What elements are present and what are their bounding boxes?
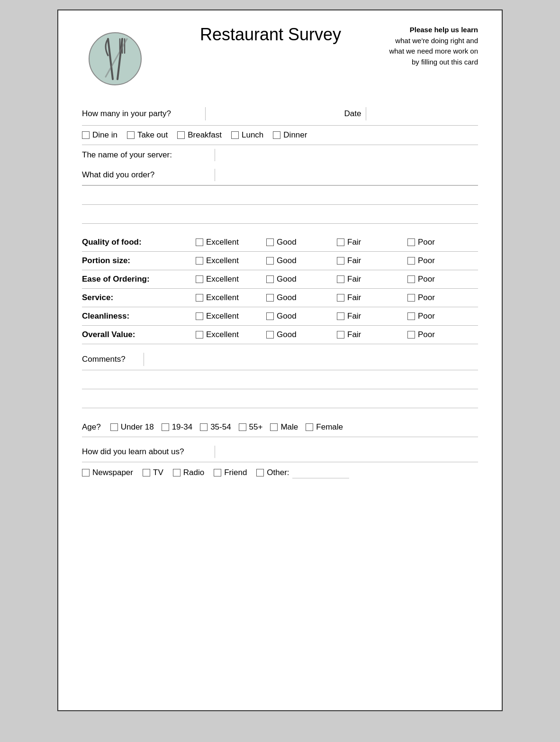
learn-newspaper-checkbox[interactable] [82,469,90,476]
learn-input[interactable] [215,446,478,458]
age-section: Age? Under 18 19-34 35-54 55+ Male [82,418,478,437]
learn-radio-checkbox[interactable] [173,469,181,476]
food-poor: Poor [407,238,478,247]
party-label: How many in your party? [82,109,205,119]
age-label: Age? [82,422,101,432]
service-fair: Fair [337,293,407,302]
learn-checkbox-row: Newspaper TV Radio Friend Other: [82,462,478,483]
rating-label-value: Overall Value: [82,330,196,339]
learn-other: Other: [256,467,349,478]
food-good-checkbox[interactable] [266,238,274,246]
party-input[interactable] [205,107,344,120]
food-fair: Fair [337,238,407,247]
value-fair-checkbox[interactable] [337,331,344,339]
ordering-excellent: Excellent [196,275,266,284]
cleanliness-poor-checkbox[interactable] [407,312,415,320]
ordering-excellent-checkbox[interactable] [196,275,203,283]
value-good-checkbox[interactable] [266,331,274,339]
ordering-fair-checkbox[interactable] [337,275,344,283]
blank-line-2 [82,207,478,224]
portion-poor: Poor [407,256,478,266]
gender-male-checkbox[interactable] [270,423,278,431]
service-excellent-checkbox[interactable] [196,294,203,302]
party-date-row: How many in your party? Date [82,102,478,126]
learn-friend-checkbox[interactable] [214,469,221,476]
breakfast-label: Breakfast [188,130,222,140]
rating-label-service: Service: [82,293,196,302]
food-good: Good [266,238,337,247]
cleanliness-excellent-checkbox[interactable] [196,312,203,320]
learn-section: How did you learn about us? Newspaper TV… [82,442,478,483]
comments-input[interactable] [144,353,478,366]
learn-other-input[interactable] [292,467,349,478]
cleanliness-fair-checkbox[interactable] [337,312,344,320]
dine-in-label: Dine in [92,130,117,140]
blank-line-1 [82,188,478,205]
breakfast-option: Breakfast [177,130,222,140]
learn-other-checkbox[interactable] [256,469,264,476]
food-poor-checkbox[interactable] [407,238,415,246]
portion-excellent-checkbox[interactable] [196,257,203,265]
tagline-regular: what we're doing right and what we need … [389,37,478,66]
value-fair: Fair [337,330,407,339]
age-55plus: 55+ [239,422,263,432]
comments-blank-2 [82,391,478,408]
ordering-good-checkbox[interactable] [266,275,274,283]
order-label: What did you order? [82,170,215,180]
ordering-poor-checkbox[interactable] [407,275,415,283]
rating-row-portion: Portion size: Excellent Good Fair Poor [82,252,478,270]
service-excellent: Excellent [196,293,266,302]
age-55plus-checkbox[interactable] [239,423,246,431]
gender-male: Male [270,422,298,432]
rating-options-ordering: Excellent Good Fair Poor [196,275,478,284]
dinner-checkbox[interactable] [273,131,280,139]
date-section: Date [344,107,479,120]
dine-in-checkbox[interactable] [82,131,90,139]
age-1934-checkbox[interactable] [162,423,169,431]
rating-options-value: Excellent Good Fair Poor [196,330,478,339]
date-label: Date [344,109,361,119]
rating-label-food: Quality of food: [82,238,196,247]
server-row: The name of your server: [82,145,478,165]
cleanliness-good: Good [266,311,337,321]
server-label: The name of your server: [82,150,215,160]
value-poor-checkbox[interactable] [407,331,415,339]
comments-row: Comments? [82,349,478,370]
ordering-fair: Fair [337,275,407,284]
food-excellent-checkbox[interactable] [196,238,203,246]
gender-female-checkbox[interactable] [306,423,313,431]
portion-fair-checkbox[interactable] [337,257,344,265]
lunch-option: Lunch [231,130,263,140]
cleanliness-good-checkbox[interactable] [266,312,274,320]
age-3554-checkbox[interactable] [200,423,208,431]
service-fair-checkbox[interactable] [337,294,344,302]
date-input[interactable] [366,107,478,120]
page-title: Restaurant Survey [158,25,383,45]
ordering-poor: Poor [407,275,478,284]
rating-row-value: Overall Value: Excellent Good Fair Poor [82,326,478,344]
value-excellent: Excellent [196,330,266,339]
gender-female: Female [306,422,343,432]
lunch-checkbox[interactable] [231,131,239,139]
service-good-checkbox[interactable] [266,294,274,302]
rating-options-portion: Excellent Good Fair Poor [196,256,478,266]
learn-tv-checkbox[interactable] [143,469,150,476]
learn-label-row: How did you learn about us? [82,442,478,462]
portion-fair: Fair [337,256,407,266]
dinner-option: Dinner [273,130,307,140]
rating-label-cleanliness: Cleanliness: [82,311,196,321]
food-fair-checkbox[interactable] [337,238,344,246]
portion-poor-checkbox[interactable] [407,257,415,265]
logo-area [82,25,158,93]
rating-row-food: Quality of food: Excellent Good Fair Poo… [82,233,478,252]
header: Restaurant Survey Please help us learn w… [82,25,478,93]
value-excellent-checkbox[interactable] [196,331,203,339]
service-poor-checkbox[interactable] [407,294,415,302]
take-out-checkbox[interactable] [127,131,135,139]
server-input[interactable] [215,149,478,161]
order-input[interactable] [215,169,478,181]
portion-good-checkbox[interactable] [266,257,274,265]
breakfast-checkbox[interactable] [177,131,185,139]
age-under18-checkbox[interactable] [110,423,118,431]
server-section: The name of your server: What did you or… [82,145,478,186]
